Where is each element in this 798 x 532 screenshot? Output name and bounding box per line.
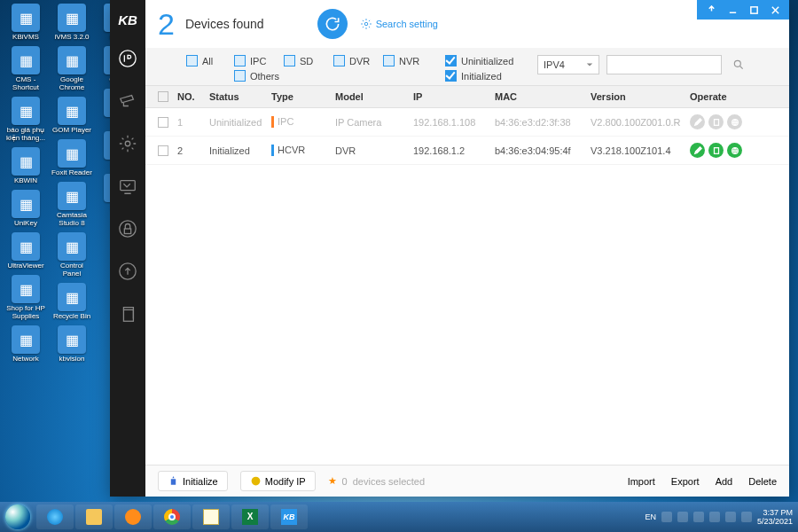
filter-nvr[interactable]: NVR [383, 55, 424, 66]
tray-icon[interactable] [677, 512, 688, 522]
delete-label: Delete [748, 476, 777, 487]
tray-clock[interactable]: 3:37 PM5/23/2021 [757, 508, 793, 526]
search-input[interactable] [606, 55, 722, 74]
op-web-icon[interactable] [727, 143, 742, 158]
tray-icon[interactable] [709, 512, 720, 522]
desktop-icon[interactable]: ▦GOM Player [51, 97, 92, 134]
filter-all-label: All [202, 56, 213, 66]
svg-rect-10 [714, 119, 718, 125]
gear-icon [360, 18, 372, 30]
start-button[interactable] [0, 502, 35, 532]
desktop-icon[interactable]: ▦Control Panel [51, 232, 92, 278]
desktop: ▦KBiVMS▦CMS - Shortcut▦báo giá phụ kiện … [0, 0, 798, 532]
table-row[interactable]: 2InitializedHCVRDVR192.168.1.2b4:36:e3:0… [145, 137, 789, 165]
app-sidebar: KB [110, 0, 145, 497]
table-header: NO. Status Type Model IP MAC Version Ope… [145, 85, 789, 108]
svg-rect-4 [124, 229, 130, 234]
desktop-icon[interactable]: ▦Google Chrome [51, 46, 92, 91]
desktop-icon[interactable]: ▦KBWIN [5, 147, 46, 184]
desktop-icon[interactable]: ▦KBiVMS [5, 4, 46, 41]
op-info-icon[interactable] [708, 143, 724, 158]
svg-point-9 [734, 60, 740, 66]
col-type: Type [271, 91, 335, 102]
app-titlebar: 2 Devices found Search setting [145, 0, 789, 48]
desktop-icon[interactable]: ▦báo giá phụ kiện tháng... [5, 97, 46, 142]
taskbar-ie[interactable] [36, 505, 74, 529]
select-all-checkbox[interactable] [158, 91, 168, 102]
filter-ipc[interactable]: IPC [234, 55, 275, 66]
taskbar-kb[interactable]: KB [270, 505, 308, 529]
desktop-icon[interactable]: ▦Camtasia Studio 8 [51, 182, 92, 227]
desktop-icon[interactable]: ▦Recycle Bin [51, 283, 92, 320]
op-info-icon[interactable] [708, 114, 724, 129]
import-button[interactable]: Import [624, 476, 655, 487]
nav-upload-icon[interactable] [116, 260, 139, 283]
add-button[interactable]: Add [712, 476, 733, 487]
tray-icon[interactable] [693, 512, 704, 522]
filter-bar: All IPCSDDVRNVROthers UninitializedIniti… [145, 48, 789, 85]
desktop-icon[interactable]: ▦Foxit Reader [51, 139, 92, 176]
tray-icon[interactable] [661, 512, 672, 522]
devices-found-label: Devices found [185, 17, 264, 31]
desktop-icon[interactable]: ▦UniKey [5, 190, 46, 227]
filter-initialized[interactable]: Initialized [445, 70, 502, 82]
svg-point-14 [251, 477, 260, 486]
row-checkbox[interactable] [158, 117, 168, 128]
svg-rect-7 [750, 6, 756, 12]
nav-ip-icon[interactable] [116, 47, 139, 70]
delete-button[interactable]: Delete [745, 476, 777, 487]
desktop-icon[interactable]: ▦Network [5, 325, 46, 363]
nav-display-icon[interactable] [116, 175, 139, 198]
desktop-icon[interactable]: ▦iVMS 3.2.0 [51, 4, 92, 41]
system-tray[interactable]: EN 3:37 PM5/23/2021 [645, 508, 798, 526]
desktop-icon[interactable]: ▦Shop for HP Supplies [5, 275, 46, 320]
export-button[interactable]: Export [668, 476, 700, 487]
close-button[interactable] [764, 0, 786, 20]
svg-rect-12 [714, 147, 718, 153]
taskbar-explorer[interactable] [75, 505, 113, 529]
table-row[interactable]: 1UninitializedIPCIP Camera192.168.1.108b… [145, 108, 789, 137]
tray-lang: EN [645, 512, 656, 521]
desktop-icon[interactable]: ▦UltraViewer [5, 232, 46, 270]
app-logo: KB [118, 12, 137, 27]
desktop-icon[interactable]: ▦kbvision [51, 325, 92, 363]
initialize-label: Initialize [183, 476, 218, 487]
app-window: KB 2 Devices found [110, 0, 789, 497]
row-checkbox[interactable] [158, 145, 168, 156]
search-button[interactable] [729, 55, 748, 74]
search-setting-link[interactable]: Search setting [360, 18, 438, 30]
filter-others[interactable]: Others [234, 70, 279, 82]
op-edit-icon[interactable] [690, 143, 705, 158]
footer-bar: Initialize Modify IP ★0devices selected … [145, 465, 789, 497]
filter-all[interactable]: All [186, 55, 227, 66]
refresh-button[interactable] [317, 9, 348, 39]
modify-ip-button[interactable]: Modify IP [240, 471, 316, 491]
taskbar-media[interactable] [114, 505, 152, 529]
initialize-button[interactable]: Initialize [158, 471, 228, 491]
svg-rect-6 [123, 309, 133, 321]
minimize-button[interactable] [722, 0, 743, 20]
app-main: 2 Devices found Search setting All IPCSD… [145, 0, 789, 497]
add-label: Add [716, 476, 733, 487]
svg-point-1 [125, 141, 130, 146]
nav-copy-icon[interactable] [116, 302, 139, 325]
taskbar-chrome[interactable] [153, 505, 191, 529]
tray-icon[interactable] [741, 512, 752, 522]
filter-uninitialized[interactable]: Uninitialized [445, 55, 513, 66]
op-web-icon[interactable] [727, 114, 742, 129]
maximize-button[interactable] [743, 0, 764, 20]
taskbar-notepad[interactable] [192, 505, 230, 529]
pin-button[interactable] [700, 0, 722, 20]
taskbar-excel[interactable]: X [231, 505, 269, 529]
selection-info: ★0devices selected [328, 475, 425, 487]
tray-icon[interactable] [725, 512, 736, 522]
filter-sd[interactable]: SD [284, 55, 325, 66]
col-version: Version [591, 91, 690, 102]
filter-dvr[interactable]: DVR [333, 55, 374, 66]
ip-mode-select[interactable]: IPV4 [537, 55, 599, 74]
nav-settings-icon[interactable] [116, 132, 139, 155]
op-edit-icon[interactable] [690, 114, 705, 129]
desktop-icon[interactable]: ▦CMS - Shortcut [5, 46, 46, 91]
nav-camera-icon[interactable] [116, 90, 139, 113]
nav-lock-icon[interactable] [116, 217, 139, 240]
